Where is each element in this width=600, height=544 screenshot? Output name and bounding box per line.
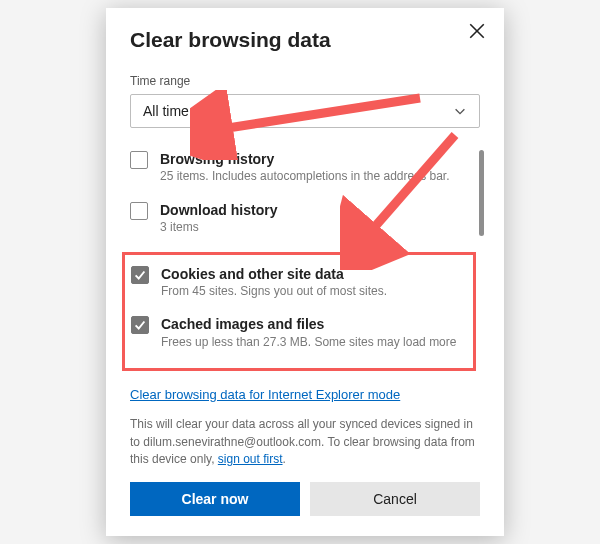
- close-icon: [468, 22, 486, 40]
- list-item: Download history 3 items: [130, 201, 462, 236]
- item-title: Download history: [160, 201, 277, 219]
- annotation-highlight: Cookies and other site data From 45 site…: [122, 252, 476, 372]
- dialog-title: Clear browsing data: [130, 28, 480, 52]
- ie-mode-link[interactable]: Clear browsing data for Internet Explore…: [130, 387, 400, 402]
- dialog-buttons: Clear now Cancel: [130, 482, 480, 516]
- clear-browsing-data-dialog: Clear browsing data Time range All time …: [106, 8, 504, 536]
- clear-now-button[interactable]: Clear now: [130, 482, 300, 516]
- item-subtitle: Frees up less than 27.3 MB. Some sites m…: [161, 335, 456, 351]
- list-item: Cached images and files Frees up less th…: [131, 315, 467, 350]
- check-icon: [133, 268, 147, 282]
- user-email: dilum.senevirathne@outlook.com: [143, 435, 321, 449]
- cookies-checkbox[interactable]: [131, 266, 149, 284]
- sign-out-link[interactable]: sign out first: [218, 452, 283, 466]
- close-button[interactable]: [468, 22, 490, 44]
- item-title: Cookies and other site data: [161, 265, 387, 283]
- data-types-list: Browsing history 25 items. Includes auto…: [130, 150, 480, 371]
- item-title: Cached images and files: [161, 315, 456, 333]
- time-range-value: All time: [143, 103, 189, 119]
- item-subtitle: 3 items: [160, 220, 277, 236]
- cached-files-checkbox[interactable]: [131, 316, 149, 334]
- item-title: Browsing history: [160, 150, 450, 168]
- list-item: Browsing history 25 items. Includes auto…: [130, 150, 462, 185]
- list-item: Cookies and other site data From 45 site…: [131, 265, 467, 300]
- browsing-history-checkbox[interactable]: [130, 151, 148, 169]
- item-subtitle: 25 items. Includes autocompletions in th…: [160, 169, 450, 185]
- download-history-checkbox[interactable]: [130, 202, 148, 220]
- cancel-button[interactable]: Cancel: [310, 482, 480, 516]
- sync-footer-text: This will clear your data across all you…: [130, 416, 480, 468]
- chevron-down-icon: [453, 104, 467, 118]
- check-icon: [133, 318, 147, 332]
- time-range-select[interactable]: All time: [130, 94, 480, 128]
- time-range-label: Time range: [130, 74, 480, 88]
- item-subtitle: From 45 sites. Signs you out of most sit…: [161, 284, 387, 300]
- scrollbar-thumb[interactable]: [479, 150, 484, 236]
